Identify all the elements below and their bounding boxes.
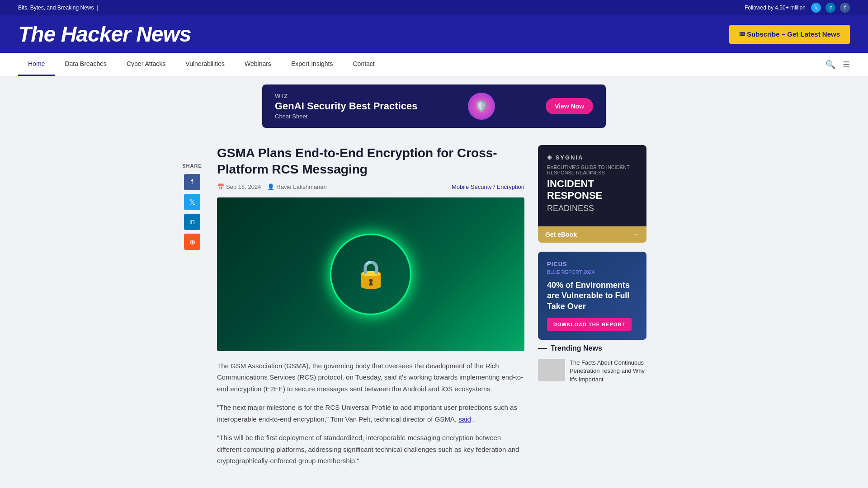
- sygnia-ad: ⊕ SYGNIA EXECUTIVE'S GUIDE TO INCIDENT R…: [538, 145, 646, 243]
- article-body: The GSM Association (GSMA), the governin…: [217, 360, 524, 467]
- nav-contact[interactable]: Contact: [343, 53, 384, 76]
- trending-thumb: [538, 359, 565, 381]
- sygnia-subtitle: EXECUTIVE'S GUIDE TO INCIDENT RESPONSE R…: [547, 164, 637, 175]
- main-container: SHARE f 𝕏 in ⊕ GSMA Plans End-to-End Enc…: [163, 136, 705, 483]
- article-meta: 📅 Sep 18, 2024 👤 Ravie Lakshmanan Mobile…: [217, 183, 524, 190]
- search-icon[interactable]: 🔍: [826, 60, 835, 70]
- tagline-pipe: |: [96, 5, 98, 11]
- share-label: SHARE: [182, 163, 202, 169]
- tagline: Bits, Bytes, and Breaking News: [18, 5, 94, 11]
- followers-text: Followed by 4.50+ million: [745, 5, 806, 11]
- article-date: 📅 Sep 18, 2024: [217, 183, 261, 190]
- article-main: GSMA Plans End-to-End Encryption for Cro…: [217, 145, 524, 474]
- picus-title: 40% of Environments are Vulnerable to Fu…: [547, 280, 637, 312]
- article-hero-image: 🔒: [217, 197, 524, 351]
- sygnia-ad-content: ⊕ SYGNIA EXECUTIVE'S GUIDE TO INCIDENT R…: [538, 145, 646, 226]
- lock-circle: 🔒: [330, 234, 411, 315]
- trending-text: The Facts About Continuous Penetration T…: [570, 359, 646, 384]
- banner-ad-content: WIZ GenAI Security Best Practices Cheat …: [275, 93, 417, 120]
- main-nav: Home Data Breaches Cyber Attacks Vulnera…: [0, 53, 868, 76]
- facebook-share-button[interactable]: f: [184, 174, 200, 190]
- article-author: 👤 Ravie Lakshmanan: [267, 183, 326, 190]
- trending-bar: [538, 348, 547, 349]
- calendar-icon: 📅: [217, 183, 224, 190]
- picus-ad: PICUS BLUE REPORT 2024 40% of Environmen…: [538, 252, 646, 340]
- article-title: GSMA Plans End-to-End Encryption for Cro…: [217, 145, 524, 178]
- banner-ad: WIZ GenAI Security Best Practices Cheat …: [262, 84, 606, 128]
- twitter-icon[interactable]: 𝕏: [811, 3, 821, 13]
- nav-links: Home Data Breaches Cyber Attacks Vulnera…: [18, 53, 385, 76]
- subscribe-button[interactable]: ✉ Subscribe – Get Latest News: [729, 25, 850, 44]
- social-icons: 𝕏 in f: [811, 3, 850, 13]
- banner-subtitle: Cheat Sheet: [275, 113, 417, 120]
- nav-expert-insights[interactable]: Expert Insights: [281, 53, 343, 76]
- article-paragraph-2: "The next major milestone is for the RCS…: [217, 402, 524, 425]
- picus-cta-button[interactable]: DOWNLOAD THE REPORT: [547, 318, 632, 331]
- linkedin-share-button[interactable]: in: [184, 214, 200, 230]
- article-paragraph-1: The GSM Association (GSMA), the governin…: [217, 360, 524, 395]
- nav-cyber-attacks[interactable]: Cyber Attacks: [117, 53, 175, 76]
- sygnia-cta[interactable]: Get eBook →: [538, 226, 646, 243]
- top-bar-left: Bits, Bytes, and Breaking News |: [18, 5, 98, 11]
- banner-icon: 🛡️: [468, 93, 495, 120]
- nav-home[interactable]: Home: [18, 53, 55, 76]
- lock-visual: 🔒: [330, 234, 411, 315]
- sygnia-title: INCIDENT RESPONSE: [547, 178, 637, 202]
- author-icon: 👤: [267, 183, 274, 190]
- top-bar: Bits, Bytes, and Breaking News | Followe…: [0, 0, 868, 15]
- picus-logo: PICUS: [547, 261, 637, 267]
- trending-item[interactable]: The Facts About Continuous Penetration T…: [538, 359, 646, 384]
- nav-vulnerabilities[interactable]: Vulnerabilities: [175, 53, 235, 76]
- trending-header: Trending News: [538, 344, 646, 352]
- sygnia-logo: ⊕ SYGNIA: [547, 154, 637, 161]
- banner-title: GenAI Security Best Practices: [275, 100, 417, 112]
- nav-webinars[interactable]: Webinars: [235, 53, 281, 76]
- facebook-icon[interactable]: f: [840, 3, 850, 13]
- banner-cta-button[interactable]: View Now: [546, 98, 593, 114]
- picus-report: BLUE REPORT 2024: [547, 269, 637, 275]
- other-share-button[interactable]: ⊕: [184, 234, 200, 250]
- banner-brand: WIZ: [275, 93, 417, 99]
- arrow-icon: →: [633, 231, 639, 238]
- twitter-share-button[interactable]: 𝕏: [184, 194, 200, 210]
- share-sidebar: SHARE f 𝕏 in ⊕: [181, 145, 203, 474]
- nav-actions: 🔍 ☰: [826, 60, 850, 70]
- trending-section: Trending News The Facts About Continuous…: [538, 344, 646, 384]
- article-category[interactable]: Mobile Security / Encryption: [452, 183, 524, 190]
- linkedin-icon[interactable]: in: [826, 3, 835, 13]
- sygnia-title-2: READINESS: [547, 204, 637, 213]
- article-meta-left: 📅 Sep 18, 2024 👤 Ravie Lakshmanan: [217, 183, 327, 190]
- nav-data-breaches[interactable]: Data Breaches: [55, 53, 117, 76]
- lock-icon: 🔒: [354, 258, 388, 290]
- right-sidebar: ⊕ SYGNIA EXECUTIVE'S GUIDE TO INCIDENT R…: [538, 145, 646, 474]
- site-header: The Hacker News ✉ Subscribe – Get Latest…: [0, 15, 868, 53]
- article-said-link[interactable]: said: [458, 415, 471, 423]
- top-bar-right: Followed by 4.50+ million 𝕏 in f: [745, 3, 850, 13]
- menu-icon[interactable]: ☰: [843, 60, 850, 70]
- site-title[interactable]: The Hacker News: [18, 22, 191, 47]
- article-paragraph-3: "This will be the first deployment of st…: [217, 432, 524, 467]
